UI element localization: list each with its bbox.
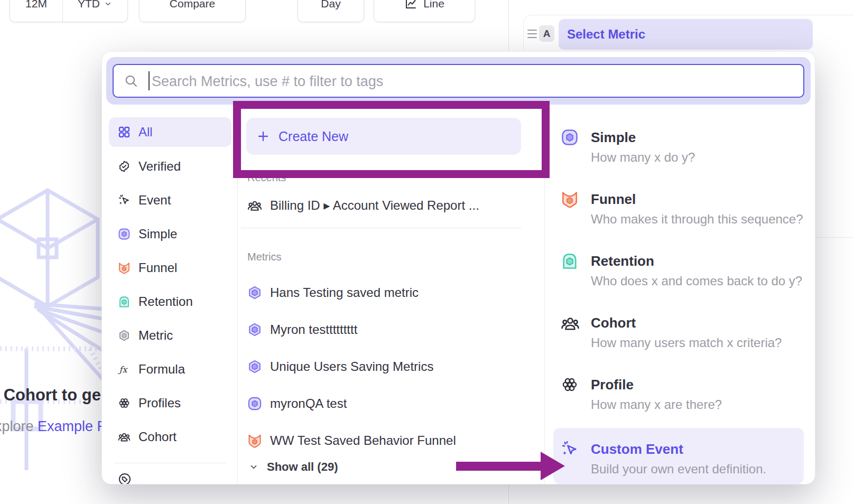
tag-icon (118, 472, 132, 484)
app-screenshot: 12M YTD Compare Day Line r Cohort to ge (0, 0, 854, 504)
funnel-type-icon (118, 262, 131, 274)
date-range-segmented-control[interactable]: 12M YTD (10, 0, 128, 22)
chevron-down-icon (249, 462, 258, 472)
type-custom-event-desc: Build your own event definition. (591, 461, 766, 477)
sidebar-item-verified[interactable]: Verified (109, 152, 231, 181)
type-cohort-desc: How many users match x criteria? (591, 335, 782, 351)
type-profile-desc: How many x are there? (591, 397, 722, 413)
metric-hexagon-purple-icon (247, 322, 262, 337)
cohort-people-icon (247, 198, 262, 213)
cohort-people-icon (561, 314, 580, 333)
annotation-arrow-head (541, 452, 565, 480)
metric-hexagon-purple-icon (247, 359, 262, 374)
metric-list-item[interactable]: WW Test Saved Behavior Funnel (247, 429, 456, 452)
metric-hexagon-icon (118, 329, 131, 342)
funnel-type-icon (561, 190, 579, 208)
metric-search-box[interactable] (113, 64, 804, 98)
series-a-badge: A (539, 25, 554, 42)
sidebar-item-profiles[interactable]: Profiles (109, 388, 231, 418)
type-custom-event-title[interactable]: Custom Event (591, 440, 683, 458)
type-retention-title[interactable]: Retention (591, 252, 654, 270)
sidebar-divider (114, 463, 226, 463)
sidebar-item-retention[interactable]: Retention (109, 287, 231, 316)
grid-icon (118, 126, 131, 138)
show-all-toggle[interactable]: Show all (29) (249, 456, 338, 478)
sidebar-item-formula[interactable]: Formula (109, 354, 231, 384)
empty-state-subtext: xplore Example R (0, 418, 101, 440)
sidebar-item-cohort[interactable]: Cohort (109, 422, 231, 452)
simple-type-icon (118, 228, 131, 240)
cohort-people-icon (118, 431, 131, 443)
range-12m-button[interactable]: 12M (11, 0, 62, 22)
range-ytd-button[interactable]: YTD (63, 0, 127, 22)
metric-hexagon-purple-icon (247, 285, 262, 300)
section-divider (241, 228, 521, 228)
retention-type-icon (561, 252, 579, 270)
recent-item[interactable]: Billing ID ▸ Account Viewed Report ... (247, 194, 479, 217)
sidebar-item-all[interactable]: All (109, 117, 231, 147)
metric-list-item[interactable]: Unique Users Saving Metrics (247, 355, 433, 378)
metrics-section-label: Metrics (247, 251, 281, 263)
verified-badge-icon (118, 160, 131, 173)
type-simple-title[interactable]: Simple (591, 128, 636, 146)
type-cohort-title[interactable]: Cohort (591, 314, 636, 332)
profiles-flower-icon (561, 376, 579, 394)
type-profile-title[interactable]: Profile (591, 376, 634, 394)
type-funnel-desc: Who makes it through this sequence? (591, 211, 803, 227)
retention-type-icon (118, 295, 131, 308)
search-input[interactable] (151, 66, 787, 97)
formula-icon (118, 363, 131, 376)
compare-button[interactable]: Compare (139, 0, 246, 22)
simple-type-icon (247, 396, 262, 411)
chevron-down-icon (104, 0, 112, 8)
metric-list-item[interactable]: Myron testtttttttt (247, 318, 357, 341)
sidebar-item-simple[interactable]: Simple (109, 219, 231, 249)
chart-type-line-button[interactable]: Line (374, 0, 475, 22)
text-caret (148, 71, 150, 90)
granularity-day-button[interactable]: Day (298, 0, 364, 22)
annotation-highlight-box (233, 101, 550, 178)
simple-type-icon (561, 128, 579, 146)
type-retention-desc: Who does x and comes back to do y? (591, 273, 802, 289)
sidebar-item-funnel[interactable]: Funnel (109, 253, 231, 283)
search-icon (124, 74, 138, 88)
type-simple-desc: How many x do y? (591, 150, 695, 165)
line-chart-icon (404, 0, 417, 10)
profiles-flower-icon (118, 397, 131, 409)
metric-list-item[interactable]: myronQA test (247, 392, 347, 415)
funnel-type-icon (247, 433, 262, 448)
sidebar-item-metric[interactable]: Metric (109, 321, 231, 350)
sidebar-item-event[interactable]: Event (109, 185, 231, 215)
event-cursor-icon (118, 194, 131, 207)
type-funnel-title[interactable]: Funnel (591, 190, 636, 208)
select-metric-field[interactable]: Select Metric (559, 19, 813, 50)
example-reports-link[interactable]: Example R (38, 418, 101, 434)
explore-text: xplore (0, 418, 38, 434)
drag-handle-icon[interactable] (527, 30, 537, 38)
annotation-arrow-shaft (456, 462, 541, 471)
metric-list-item[interactable]: Hans Testing saved metric (247, 281, 419, 304)
empty-state-heading: r Cohort to ge (0, 386, 101, 408)
